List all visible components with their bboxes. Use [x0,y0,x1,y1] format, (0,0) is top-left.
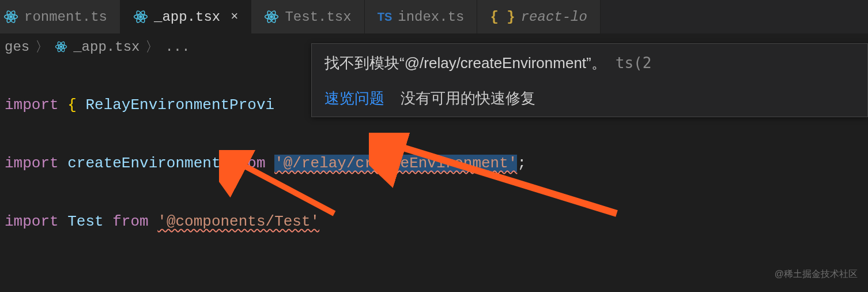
identifier: RelayEnvironmentProvi [85,96,274,114]
react-icon [55,40,67,53]
string-literal: '@/relay/createEnvironment' [274,155,517,172]
react-icon [264,9,279,24]
tab-bar: ronment.ts _app.tsx × Test.tsx TS index.… [0,0,868,33]
react-icon [133,9,148,24]
tab-label: react-lo [521,9,587,25]
kw-import: import [5,96,59,114]
tab-test-tsx[interactable]: Test.tsx [251,0,364,33]
identifier: createEnvironment [67,155,220,172]
svg-point-3 [10,16,12,18]
chevron-right-icon: 〉 [35,38,49,56]
breadcrumb-file: _app.tsx [73,39,139,55]
tab-label: ronment.ts [24,9,107,25]
close-icon[interactable]: × [231,10,238,24]
tab-label: _app.tsx [154,9,220,25]
tab-app-tsx[interactable]: _app.tsx × [120,0,251,33]
breadcrumb-more: ... [165,39,190,55]
peek-problem-link[interactable]: 速览问题 [324,88,384,108]
error-message: 找不到模块“@/relay/createEnvironment”。 [324,54,606,72]
breadcrumb-seg: ges [5,39,29,55]
tab-index-ts[interactable]: TS index.ts [365,0,478,33]
error-code: ts(2 [616,54,652,72]
json-icon: { } [490,9,515,25]
kw-import: import [5,155,59,172]
kw-from: from [229,155,265,172]
tab-label: Test.tsx [285,9,351,25]
identifier: Test [67,213,103,230]
react-icon [3,9,18,24]
svg-point-15 [61,46,62,47]
tab-react-lo[interactable]: { } react-lo [477,0,600,33]
ts-icon: TS [378,10,393,24]
watermark: @稀土掘金技术社区 [775,268,858,280]
tab-label: index.ts [398,9,464,25]
chevron-right-icon: 〉 [145,38,159,56]
svg-point-7 [139,16,142,18]
string-literal: '@components/Test' [157,213,319,230]
svg-point-11 [271,16,273,18]
no-quick-fix-label: 没有可用的快速修复 [401,88,535,108]
kw-from: from [112,213,148,230]
kw-import: import [5,213,59,230]
error-hover: 找不到模块“@/relay/createEnvironment”。ts(2 速览… [311,43,868,117]
tab-ronment-ts[interactable]: ronment.ts [0,0,120,33]
